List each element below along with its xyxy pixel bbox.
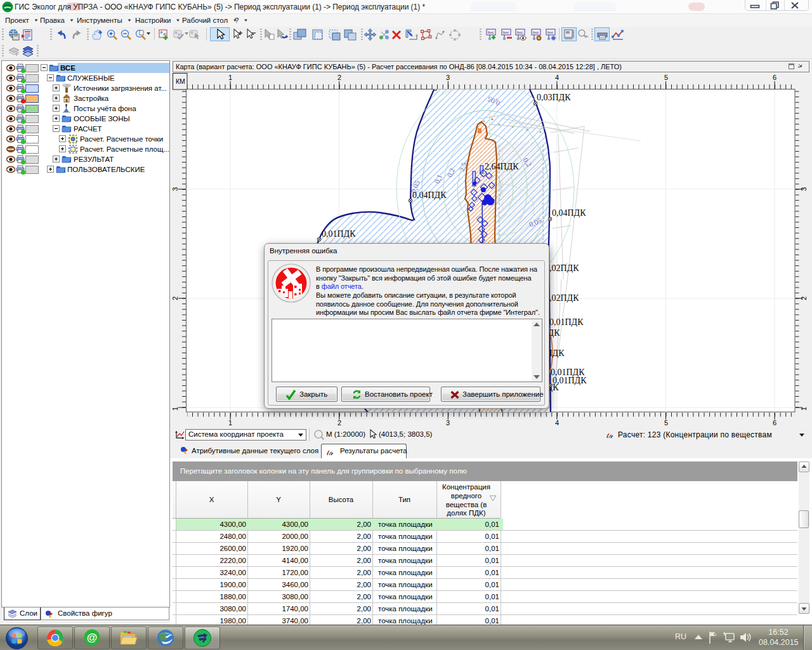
svg-text:5: 5 bbox=[664, 419, 668, 427]
svg-text:@: @ bbox=[87, 632, 98, 644]
svg-text:bxc: bxc bbox=[547, 30, 553, 34]
svg-text:3: 3 bbox=[446, 74, 450, 81]
svg-text:2: 2 bbox=[171, 296, 179, 300]
svg-text:4: 4 bbox=[555, 74, 559, 81]
svg-text:3: 3 bbox=[446, 419, 450, 427]
svg-text:3: 3 bbox=[171, 187, 179, 191]
svg-text:0,02ПДК: 0,02ПДК bbox=[545, 263, 579, 273]
svg-text:3: 3 bbox=[800, 187, 808, 191]
svg-text:bxc: bxc bbox=[503, 30, 509, 34]
svg-text:6: 6 bbox=[773, 74, 776, 81]
svg-text:0,04ПДК: 0,04ПДК bbox=[412, 190, 447, 200]
svg-text:0,01ПДК: 0,01ПДК bbox=[549, 317, 584, 327]
svg-text:2,64ПДК: 2,64ПДК bbox=[485, 162, 519, 171]
svg-text:1: 1 bbox=[228, 419, 232, 427]
svg-text:bxc: bxc bbox=[517, 30, 523, 34]
svg-text:Карта (вариант расчета: ООО «К: Карта (вариант расчета: ООО «КНАУФ ГИПС … bbox=[176, 63, 622, 70]
svg-text:bxc: bxc bbox=[488, 30, 494, 34]
svg-text:1: 1 bbox=[228, 74, 232, 81]
svg-text:5: 5 bbox=[664, 74, 668, 81]
svg-text:0,02ПДК: 0,02ПДК bbox=[545, 293, 579, 303]
svg-text:2: 2 bbox=[800, 296, 808, 300]
svg-text:bxc: bxc bbox=[533, 30, 539, 34]
svg-text:2: 2 bbox=[337, 74, 341, 81]
svg-text:1: 1 bbox=[171, 407, 179, 411]
svg-text:2: 2 bbox=[337, 419, 341, 427]
svg-text:1: 1 bbox=[800, 407, 808, 411]
svg-text:0,04ПДК: 0,04ПДК bbox=[552, 208, 586, 218]
svg-text:0,03ПДК: 0,03ПДК bbox=[537, 93, 571, 102]
svg-text:0,01ПДК: 0,01ПДК bbox=[322, 229, 356, 239]
svg-text:КМ: КМ bbox=[176, 77, 185, 85]
svg-text:6: 6 bbox=[773, 419, 776, 427]
svg-text:4: 4 bbox=[555, 419, 559, 427]
